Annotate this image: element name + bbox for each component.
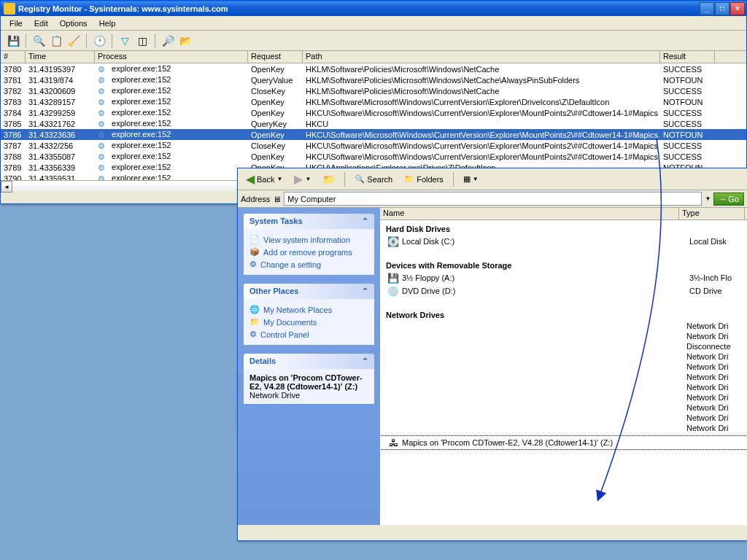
explorer-columns: Name Type — [380, 208, 747, 220]
network-drive-item[interactable]: Network Dri — [380, 382, 747, 392]
network-drive-item[interactable]: Network Dri — [380, 402, 747, 413]
collapse-icon[interactable]: ⌃ — [362, 287, 368, 296]
autoscroll-icon[interactable]: 📋 — [48, 33, 64, 49]
other-places-title: Other Places — [249, 287, 298, 296]
folders-button[interactable]: 📁Folders — [399, 171, 449, 187]
network-drive-item[interactable]: Disconnecte — [380, 341, 747, 351]
address-input[interactable] — [284, 192, 702, 206]
back-button[interactable]: ◀Back▼ — [241, 169, 287, 189]
search-button[interactable]: 🔍Search — [349, 171, 398, 187]
explorer-toolbar: ◀Back▼ ▶▼ 📁 🔍Search 📁Folders ▦▼ — [238, 168, 747, 190]
go-button[interactable]: →Go — [713, 192, 744, 206]
col-request[interactable]: Request — [248, 51, 303, 63]
explorer-main[interactable]: Name Type Hard Disk Drives 💽 Local Disk … — [380, 208, 747, 525]
dvd-icon: 💿 — [387, 285, 399, 297]
highlight-icon[interactable]: ◫ — [134, 33, 150, 49]
mycomputer-icon: 🖥 — [273, 195, 281, 203]
filter-icon[interactable]: ▽ — [117, 33, 133, 49]
jump-icon[interactable]: 📂 — [177, 33, 193, 49]
other-places-box: Other Places⌃ 🌐My Network Places 📁My Doc… — [244, 284, 374, 345]
network-drive-item[interactable]: Network Dri — [380, 372, 747, 382]
address-bar: Address 🖥 ▼ →Go — [238, 190, 747, 208]
settings-icon: ⚙ — [249, 260, 257, 269]
col-num[interactable]: # — [1, 51, 26, 63]
control-panel[interactable]: ⚙Control Panel — [249, 328, 368, 341]
table-row[interactable]: 378031.43195397 explorer.exe:152OpenKeyH… — [1, 63, 746, 74]
clear-icon[interactable]: 🧹 — [66, 33, 82, 49]
drive-floppy-a[interactable]: 💾 3½ Floppy (A:) 3½-Inch Flo — [380, 271, 747, 284]
regmon-header: # Time Process Request Path Result — [1, 51, 746, 63]
col-result[interactable]: Result — [660, 51, 715, 63]
explorer-sidepanel: System Tasks⌃ 📄View system information 📦… — [238, 208, 380, 525]
address-dropdown-icon[interactable]: ▼ — [705, 195, 711, 202]
table-row[interactable]: 378331.43289157 explorer.exe:152OpenKeyH… — [1, 96, 746, 107]
collapse-icon[interactable]: ⌃ — [362, 357, 368, 366]
explorer-window: ◀Back▼ ▶▼ 📁 🔍Search 📁Folders ▦▼ Address … — [237, 168, 747, 541]
group-removable: Devices with Removable Storage — [380, 257, 747, 271]
programs-icon: 📦 — [249, 247, 260, 257]
capture-icon[interactable]: 🔍 — [31, 33, 47, 49]
find-icon[interactable]: 🔎 — [160, 33, 176, 49]
network-icon: 🌐 — [249, 305, 260, 314]
up-button[interactable]: 📁 — [317, 171, 340, 188]
collapse-icon[interactable]: ⌃ — [362, 217, 368, 226]
details-type: Network Drive — [249, 391, 368, 400]
network-drive-item[interactable]: Network Dri — [380, 321, 747, 331]
network-drive-item[interactable]: Network Dri — [380, 392, 747, 402]
system-tasks-box: System Tasks⌃ 📄View system information 📦… — [244, 214, 374, 275]
save-icon[interactable]: 💾 — [5, 33, 21, 49]
network-drive-item[interactable]: Network Dri — [380, 423, 747, 433]
drive-mapics-z[interactable]: 🖧 Mapics on 'Procom CDTower-E2, V4.28 (C… — [380, 436, 747, 449]
network-drive-item[interactable]: Network Dri — [380, 331, 747, 341]
documents-icon: 📁 — [249, 317, 260, 327]
regmon-rows[interactable]: 378031.43195397 explorer.exe:152OpenKeyH… — [1, 63, 746, 180]
info-icon: 📄 — [249, 235, 260, 244]
col-time[interactable]: Time — [26, 51, 95, 63]
network-drive-icon: 🖧 — [387, 437, 399, 448]
add-remove-programs[interactable]: 📦Add or remove programs — [249, 246, 368, 258]
menu-help[interactable]: Help — [93, 18, 122, 29]
views-button[interactable]: ▦▼ — [458, 171, 484, 187]
close-button[interactable]: × — [730, 2, 745, 15]
regmon-titlebar[interactable]: Registry Monitor - Sysinternals: www.sys… — [1, 1, 746, 16]
network-drive-item[interactable]: Network Dri — [380, 413, 747, 423]
menu-file[interactable]: File — [4, 18, 28, 29]
col-path[interactable]: Path — [303, 51, 660, 63]
menu-options[interactable]: Options — [54, 18, 93, 29]
menu-edit[interactable]: Edit — [28, 18, 54, 29]
address-label: Address — [241, 195, 270, 203]
col-name[interactable]: Name — [380, 208, 679, 219]
table-row[interactable]: 378531.43321762 explorer.exe:152QueryKey… — [1, 118, 746, 129]
regmon-toolbar: 💾 🔍 📋 🧹 🕐 ▽ ◫ 🔎 📂 — [1, 31, 746, 51]
network-drive-item[interactable]: Network Dri — [380, 351, 747, 362]
group-hdd: Hard Disk Drives — [380, 220, 747, 235]
col-type[interactable]: Type — [679, 208, 745, 219]
control-panel-icon: ⚙ — [249, 330, 257, 339]
table-row[interactable]: 378131.4319/874 explorer.exe:152QueryVal… — [1, 74, 746, 85]
my-documents[interactable]: 📁My Documents — [249, 316, 368, 328]
system-tasks-title: System Tasks — [249, 217, 303, 226]
table-row[interactable]: 378231.43200609 explorer.exe:152CloseKey… — [1, 85, 746, 96]
change-setting[interactable]: ⚙Change a setting — [249, 258, 368, 271]
details-name: Mapics on 'Procom CDTower-E2, V4.28 (Cdt… — [249, 373, 368, 391]
table-row[interactable]: 378831.43355087 explorer.exe:152OpenKeyH… — [1, 151, 746, 162]
forward-button[interactable]: ▶▼ — [289, 169, 316, 189]
regmon-app-icon — [4, 3, 15, 15]
drive-dvd-d[interactable]: 💿 DVD Drive (D:) CD Drive — [380, 284, 747, 298]
drive-local-c[interactable]: 💽 Local Disk (C:) Local Disk — [380, 235, 747, 248]
minimize-button[interactable]: _ — [700, 2, 714, 15]
table-row[interactable]: 378431.43299259 explorer.exe:152OpenKeyH… — [1, 107, 746, 118]
regmon-title: Registry Monitor - Sysinternals: www.sys… — [18, 4, 700, 13]
details-box: Details⌃ Mapics on 'Procom CDTower-E2, V… — [244, 354, 374, 404]
regmon-menubar: File Edit Options Help — [1, 16, 746, 31]
col-process[interactable]: Process — [95, 51, 248, 63]
details-title: Details — [249, 357, 276, 366]
floppy-icon: 💾 — [387, 272, 399, 284]
table-row[interactable]: 378631.43323636 explorer.exe:152OpenKeyH… — [1, 129, 746, 140]
table-row[interactable]: 378731.4332/256 explorer.exe:152CloseKey… — [1, 140, 746, 151]
network-places[interactable]: 🌐My Network Places — [249, 303, 368, 316]
network-drive-item[interactable]: Network Dri — [380, 362, 747, 372]
maximize-button[interactable]: □ — [715, 2, 729, 15]
clock-icon[interactable]: 🕐 — [91, 33, 107, 49]
view-system-info[interactable]: 📄View system information — [249, 233, 368, 246]
